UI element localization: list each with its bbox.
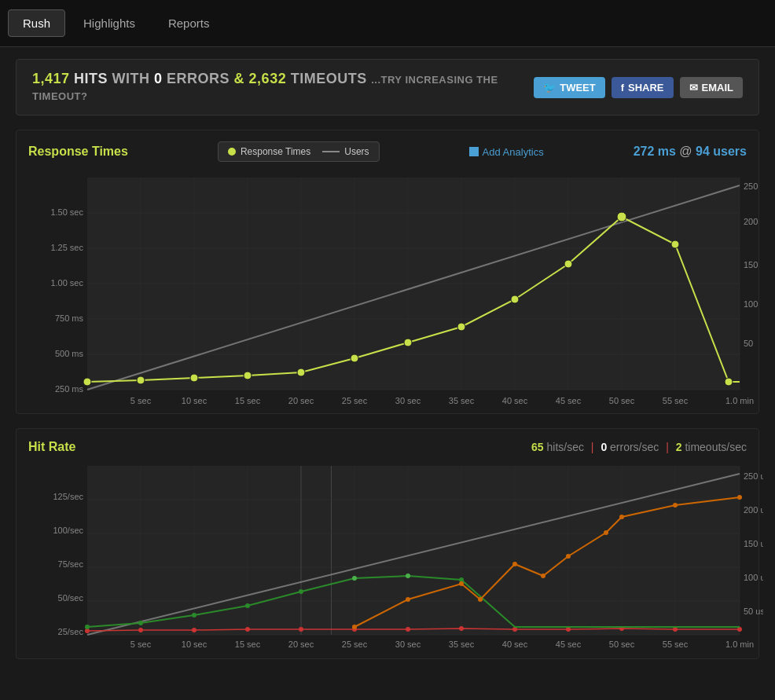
tab-rush[interactable]: Rush <box>8 9 65 37</box>
hits-per-sec-val: 65 <box>531 441 544 453</box>
svg-point-77 <box>138 628 143 632</box>
svg-point-21 <box>137 376 145 384</box>
errors-label: ERRORS <box>167 71 234 86</box>
sep2: | <box>666 441 672 453</box>
timeouts-per-sec-unit: timeouts/sec <box>685 441 747 453</box>
svg-point-101 <box>512 562 517 566</box>
svg-point-95 <box>406 574 410 578</box>
svg-text:75/sec: 75/sec <box>58 559 84 569</box>
svg-point-93 <box>299 589 303 594</box>
svg-text:30 sec: 30 sec <box>395 396 421 405</box>
svg-text:35 sec: 35 sec <box>449 396 475 405</box>
email-button[interactable]: ✉ EMAIL <box>680 77 743 98</box>
svg-text:750 ms: 750 ms <box>55 313 84 323</box>
svg-rect-57 <box>331 466 332 635</box>
add-analytics-button[interactable]: Add Analytics <box>469 146 544 158</box>
svg-point-103 <box>566 554 571 559</box>
svg-point-32 <box>725 378 733 386</box>
social-buttons: 🐦 TWEET f SHARE ✉ EMAIL <box>534 77 743 98</box>
svg-text:20 sec: 20 sec <box>288 640 314 649</box>
timeouts-count: 2,632 <box>249 71 287 86</box>
share-button[interactable]: f SHARE <box>612 77 674 98</box>
svg-point-30 <box>617 212 626 222</box>
tweet-label: TWEET <box>560 82 596 93</box>
add-analytics-label: Add Analytics <box>483 146 544 158</box>
svg-text:100: 100 <box>744 299 758 309</box>
svg-point-91 <box>192 613 197 618</box>
svg-text:100 users: 100 users <box>744 573 763 582</box>
response-times-title: Response Times <box>28 145 128 159</box>
svg-point-31 <box>671 240 679 248</box>
email-icon: ✉ <box>689 82 698 93</box>
tab-reports[interactable]: Reports <box>153 9 225 37</box>
add-analytics-icon <box>469 147 479 156</box>
svg-point-79 <box>245 627 250 632</box>
legend-users: Users <box>322 146 369 157</box>
svg-point-29 <box>564 260 572 268</box>
svg-text:10 sec: 10 sec <box>182 396 208 405</box>
svg-text:150: 150 <box>744 260 758 269</box>
response-times-chart: 1.50 sec 1.25 sec 1.00 sec 750 ms 500 ms… <box>24 170 751 405</box>
response-stat: 272 ms @ 94 users <box>634 145 747 159</box>
top-nav: Rush Highlights Reports <box>0 0 775 47</box>
svg-point-22 <box>190 374 198 382</box>
errors-per-sec-unit: errors/sec <box>610 441 659 453</box>
svg-text:40 sec: 40 sec <box>502 396 528 405</box>
svg-point-26 <box>404 339 412 346</box>
sep1: | <box>591 441 597 453</box>
stats-text: 1,417 HITS WITH 0 ERRORS & 2,632 TIMEOUT… <box>32 71 534 104</box>
email-label: EMAIL <box>702 82 733 93</box>
hits-count: 1,417 <box>32 71 70 86</box>
svg-text:125/sec: 125/sec <box>53 492 83 501</box>
svg-text:45 sec: 45 sec <box>556 640 582 649</box>
response-times-legend: Response Times Users <box>218 141 380 162</box>
tab-highlights[interactable]: Highlights <box>68 9 150 37</box>
svg-point-97 <box>352 625 357 629</box>
facebook-icon: f <box>621 82 624 93</box>
svg-text:50/sec: 50/sec <box>58 593 84 603</box>
svg-text:1.50 sec: 1.50 sec <box>50 207 83 217</box>
svg-point-99 <box>459 581 464 586</box>
svg-text:10 sec: 10 sec <box>182 640 208 649</box>
svg-text:20 sec: 20 sec <box>288 396 314 405</box>
response-ms: 272 ms <box>634 145 676 158</box>
svg-point-94 <box>352 576 357 581</box>
stats-banner: 1,417 HITS WITH 0 ERRORS & 2,632 TIMEOUT… <box>16 59 759 115</box>
svg-point-106 <box>673 503 678 508</box>
svg-text:55 sec: 55 sec <box>663 396 689 405</box>
svg-point-102 <box>541 574 545 578</box>
svg-text:1.25 sec: 1.25 sec <box>50 243 83 252</box>
svg-point-80 <box>299 627 303 632</box>
svg-point-23 <box>244 372 252 379</box>
legend-response-times: Response Times <box>228 146 310 157</box>
svg-point-98 <box>406 597 410 602</box>
svg-text:50 sec: 50 sec <box>609 640 635 649</box>
svg-point-27 <box>457 323 465 331</box>
svg-text:1.0 min: 1.0 min <box>725 396 754 405</box>
timeouts-label: TIMEOUTS <box>291 71 372 86</box>
share-label: SHARE <box>628 82 664 93</box>
svg-text:5 sec: 5 sec <box>130 640 152 649</box>
svg-point-89 <box>85 625 90 629</box>
svg-text:25 sec: 25 sec <box>342 396 368 405</box>
hit-rate-title: Hit Rate <box>28 440 75 454</box>
main-content: 1,417 HITS WITH 0 ERRORS & 2,632 TIMEOUT… <box>0 47 775 685</box>
svg-text:200 users: 200 users <box>744 505 763 515</box>
hit-rate-section: Hit Rate 65 hits/sec | 0 errors/sec | 2 … <box>16 428 759 659</box>
svg-text:100/sec: 100/sec <box>53 526 83 535</box>
legend-response-label: Response Times <box>241 146 310 157</box>
response-at: @ <box>679 145 696 158</box>
twitter-icon: 🐦 <box>543 82 556 93</box>
hits-label: HITS <box>74 71 112 86</box>
svg-text:200: 200 <box>744 217 758 226</box>
svg-text:250 users: 250 users <box>744 471 763 481</box>
errors-per-sec-val: 0 <box>601 441 607 453</box>
svg-point-107 <box>737 495 742 500</box>
svg-text:1.00 sec: 1.00 sec <box>50 278 83 288</box>
svg-point-90 <box>138 621 143 625</box>
tweet-button[interactable]: 🐦 TWEET <box>534 77 605 98</box>
svg-rect-56 <box>87 466 740 635</box>
users-line <box>322 151 340 152</box>
hits-per-sec-unit: hits/sec <box>546 441 583 453</box>
svg-text:40 sec: 40 sec <box>502 640 528 649</box>
